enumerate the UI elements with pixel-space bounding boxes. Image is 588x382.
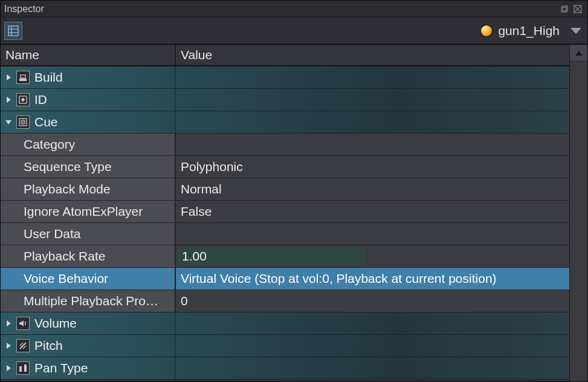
svg-line-23 [20,343,26,349]
svg-rect-0 [561,7,566,12]
editable-value[interactable]: 1.00 [178,248,366,265]
group-row[interactable]: Cue [1,111,569,134]
property-label: Voice Behavior [24,271,108,286]
property-label: User Data [24,227,81,241]
svg-marker-13 [7,97,11,103]
property-row[interactable]: Sequence TypePolyphonic [1,156,569,178]
cue-icon [16,115,30,129]
pantype-icon [16,361,30,375]
object-name: gun1_High [498,24,560,38]
column-header-name[interactable]: Name [1,45,176,65]
titlebar: Inspector [1,1,587,18]
group-row[interactable]: Pitch [1,335,569,357]
group-label: Pitch [34,338,63,353]
property-value[interactable]: Normal [176,178,569,200]
expand-toggle[interactable] [3,117,14,128]
property-row[interactable]: Category [1,134,569,156]
property-row[interactable]: Ignore AtomExPlayerFalse [1,201,569,223]
svg-marker-22 [7,343,11,349]
property-label: Multiple Playback Pro… [24,294,158,308]
group-label: Build [34,70,63,85]
property-value [176,89,569,111]
property-label: Playback Mode [24,182,111,196]
svg-marker-10 [7,74,11,80]
group-label: Volume [34,316,77,331]
property-value [176,312,569,334]
column-header-value[interactable]: Value [176,45,569,65]
expand-toggle[interactable] [3,72,14,83]
property-row[interactable]: Multiple Playback Pro…0 [1,290,569,312]
property-row[interactable]: Playback Rate1.00 [1,245,569,268]
volume-icon [16,317,30,330]
property-row[interactable]: Voice BehaviorVirtual Voice (Stop at vol… [1,268,569,290]
group-label: Pan Type [34,361,88,375]
window-restore-icon[interactable] [558,4,570,15]
toolbar: gun1_High [1,18,587,44]
property-value[interactable]: False [176,201,569,222]
svg-rect-1 [563,6,567,11]
window-maximize-icon[interactable] [572,4,584,15]
expand-toggle[interactable] [3,318,14,329]
property-value [176,357,569,379]
property-label: Ignore AtomExPlayer [24,204,143,219]
svg-marker-21 [19,320,24,326]
svg-rect-12 [21,75,25,78]
build-icon [16,71,30,84]
pitch-icon [16,339,30,352]
svg-marker-20 [7,320,11,326]
object-dropdown[interactable] [568,25,584,37]
svg-line-24 [20,343,23,346]
grid-header: Name Value [1,45,569,66]
property-value[interactable]: Virtual Voice (Stop at vol:0, Playback a… [176,268,569,290]
property-row[interactable]: Playback ModeNormal [1,178,569,201]
group-label: Cue [34,115,58,129]
object-status-icon [481,25,492,36]
svg-rect-28 [24,364,27,372]
property-value[interactable] [176,223,569,245]
property-label: Category [24,137,75,152]
property-value[interactable]: Polyphonic [176,156,569,178]
property-grid: Name Value BuildIDCueCategorySequence Ty… [1,44,587,381]
svg-marker-29 [575,51,583,56]
group-row[interactable]: ID [1,89,569,111]
scroll-up-button[interactable] [570,45,587,62]
svg-marker-26 [7,365,11,371]
group-label: ID [34,92,47,107]
svg-line-25 [23,346,26,349]
group-row[interactable]: Volume [1,312,569,335]
property-value [176,111,569,133]
expand-toggle[interactable] [3,340,14,351]
svg-point-15 [21,98,24,101]
property-label: Sequence Type [24,160,112,174]
vertical-scrollbar[interactable] [569,45,587,381]
inspector-panel: Inspector gun1_High Name [0,0,588,382]
svg-marker-16 [5,120,11,125]
id-icon [16,93,30,106]
property-row[interactable]: User Data [1,223,569,245]
svg-rect-11 [19,79,27,81]
table-view-toggle[interactable] [4,22,22,40]
panel-title: Inspector [4,4,44,15]
property-value[interactable] [176,134,569,155]
svg-rect-5 [8,26,18,36]
group-row[interactable]: Pan Type [1,357,569,380]
expand-toggle[interactable] [3,94,14,105]
svg-marker-9 [570,28,581,34]
property-value [176,335,569,357]
svg-rect-27 [19,366,22,372]
property-value [176,66,569,88]
property-label: Playback Rate [24,249,105,264]
grid-rows: BuildIDCueCategorySequence TypePolyphoni… [1,66,569,381]
expand-toggle[interactable] [3,363,14,374]
svg-point-19 [22,121,24,123]
group-row[interactable]: Build [1,66,569,89]
property-value[interactable]: 1.00 [176,245,569,267]
property-value[interactable]: 0 [176,290,569,312]
